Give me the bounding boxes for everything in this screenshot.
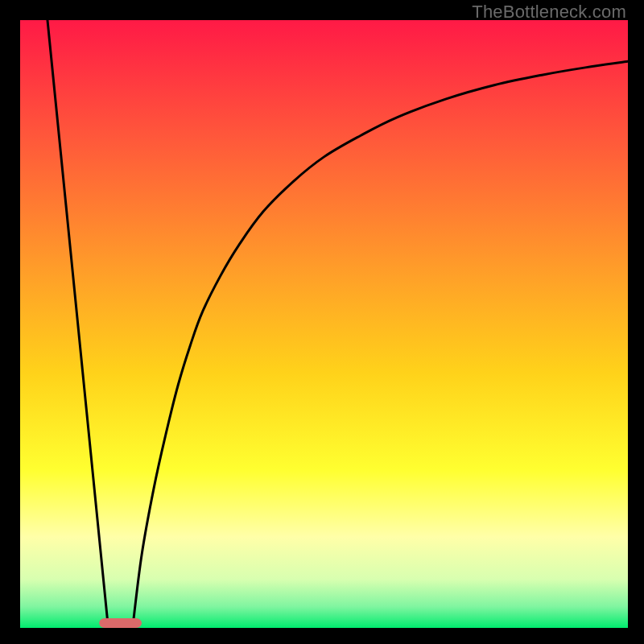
watermark-text: TheBottleneck.com <box>472 2 626 23</box>
plot-area <box>20 20 628 628</box>
minimum-marker <box>99 618 142 628</box>
plot-svg <box>20 20 628 628</box>
chart-frame: TheBottleneck.com <box>0 0 644 644</box>
gradient-background <box>20 20 628 628</box>
